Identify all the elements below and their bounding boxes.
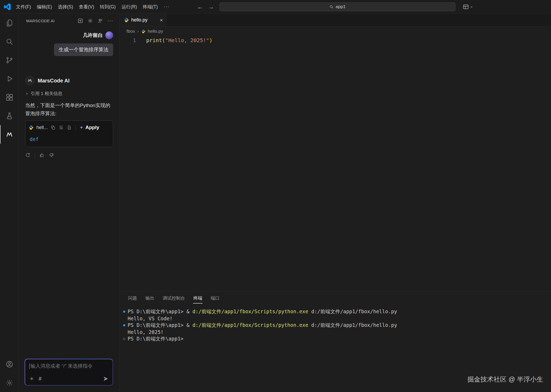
vscode-logo-icon: [4, 3, 11, 10]
message-actions: [25, 152, 113, 158]
close-icon[interactable]: ×: [160, 17, 163, 23]
search-value: app1: [336, 4, 346, 9]
new-chat-icon[interactable]: [78, 18, 83, 24]
insert-at-cursor-icon[interactable]: [59, 125, 64, 130]
chat-input-box[interactable]: 输入消息或者 “/” 来选择指令 #: [25, 359, 113, 385]
activitybar-testing[interactable]: [0, 107, 19, 125]
code-editor[interactable]: 1 print("Hello, 2025!"): [120, 36, 551, 291]
user-name: 几许留白: [83, 32, 103, 39]
layout-icon: [463, 4, 469, 10]
gear-icon: [6, 379, 13, 387]
code-card-header: hell...: [25, 121, 113, 134]
terminal-text: d:/前端文件/app1/fbox/Scripts/python.exe: [193, 322, 308, 329]
activitybar-account[interactable]: [0, 355, 19, 373]
references-toggle[interactable]: 引用 1 相关信息: [25, 91, 113, 97]
terminal-text: Hello, 2025!: [128, 329, 163, 335]
command-decoration-icon[interactable]: [123, 311, 125, 313]
panel-tab[interactable]: 终端: [193, 293, 203, 304]
sparkle-icon: [79, 125, 84, 130]
assistant-header: MarsCode AI: [25, 76, 113, 85]
line-number: 1: [120, 37, 136, 43]
menu-item[interactable]: 选择(S): [55, 0, 76, 14]
sidebar-header: MARSCODE AI ···: [19, 14, 119, 28]
command-decoration-icon[interactable]: [123, 324, 125, 326]
panel-tab[interactable]: 问题: [128, 293, 137, 304]
assistant-name: MarsCode AI: [38, 78, 70, 84]
breadcrumb: fbox › hello.py: [120, 27, 551, 36]
gear-icon[interactable]: [88, 18, 93, 24]
menu-item[interactable]: 文件(F): [13, 0, 34, 14]
apply-button[interactable]: Apply: [79, 125, 99, 130]
command-decoration-icon[interactable]: [123, 338, 125, 340]
activitybar-marscode-ai[interactable]: [0, 125, 19, 144]
breadcrumb-folder[interactable]: fbox: [127, 29, 135, 34]
menu-overflow-button[interactable]: ···: [161, 4, 172, 9]
files-icon: [6, 19, 13, 27]
command-center-search[interactable]: app1: [220, 2, 455, 11]
terminal-line: PS D:\前端文件\app1> & d:/前端文件/app1/fbox/Scr…: [123, 322, 551, 329]
account-icon: [6, 360, 13, 368]
code-card-snippet: def: [25, 134, 113, 147]
commands-icon[interactable]: [29, 376, 34, 381]
chat-thread: 几许留白 生成一个冒泡排序算法 MarsCode AI 引用 1 相关信息: [19, 28, 119, 392]
panel-tabs: 问题输出调试控制台终端端口: [120, 292, 551, 305]
thumbs-down-icon[interactable]: [49, 153, 54, 158]
breadcrumb-file[interactable]: hello.py: [148, 29, 163, 34]
more-actions-icon[interactable]: ···: [107, 18, 113, 24]
activitybar-source-control[interactable]: [0, 51, 19, 69]
context-icon[interactable]: #: [39, 376, 42, 382]
run-debug-icon: [6, 75, 13, 83]
input-caret: [29, 363, 30, 369]
copy-icon[interactable]: [51, 125, 56, 130]
editor-tab-bar: hello.py ×: [120, 14, 551, 27]
references-label: 引用 1 相关信息: [31, 91, 62, 97]
menu-item[interactable]: 转到(G): [97, 0, 118, 14]
code-token-open-paren: (: [162, 37, 165, 43]
activitybar-settings[interactable]: [0, 373, 19, 392]
activitybar-explorer[interactable]: [0, 14, 19, 32]
workbench-body: MARSCODE AI ··· 几许留白: [0, 14, 551, 392]
activity-bar: [0, 14, 19, 392]
code-line: 1 print("Hello, 2025!"): [120, 36, 551, 44]
divider: [35, 153, 35, 158]
code-text: print("Hello, 2025!"): [136, 37, 212, 43]
terminal-line: PS D:\前端文件\app1> & d:/前端文件/app1/fbox/Scr…: [123, 308, 551, 315]
search-icon: [329, 5, 334, 9]
activitybar-run-debug[interactable]: [0, 69, 19, 88]
terminal-output[interactable]: PS D:\前端文件\app1> & d:/前端文件/app1/fbox/Scr…: [120, 305, 551, 342]
chat-input-inner: 输入消息或者 “/” 来选择指令 #: [25, 359, 113, 385]
regenerate-icon[interactable]: [25, 152, 31, 158]
terminal-text: PS D:\前端文件\app1>: [128, 335, 183, 342]
send-icon[interactable]: [103, 376, 108, 382]
activitybar-search[interactable]: [0, 32, 19, 51]
sidebar-title: MARSCODE AI: [26, 19, 55, 23]
layout-controls[interactable]: [463, 0, 473, 14]
user-message-header: 几许留白: [25, 31, 113, 39]
terminal-line: Hello, 2025!: [123, 329, 551, 335]
vscode-window: 文件(F)编辑(E)选择(S)查看(V)转到(G)运行(R)终端(T) ··· …: [0, 0, 551, 392]
menu-item[interactable]: 运行(R): [119, 0, 140, 14]
panel-tab[interactable]: 端口: [210, 293, 220, 304]
new-file-icon[interactable]: [67, 125, 72, 130]
code-suggestion-card: hell...: [25, 120, 113, 147]
terminal-text: d:/前端文件/app1/fbox/hello.py: [308, 308, 397, 315]
tab-hello-py[interactable]: hello.py ×: [120, 14, 166, 26]
panel-tab[interactable]: 调试控制台: [162, 293, 185, 304]
python-icon: [29, 125, 34, 130]
menu-item[interactable]: 查看(V): [76, 0, 97, 14]
panel-tab[interactable]: 输出: [145, 293, 155, 304]
code-card-actions: [51, 125, 72, 130]
breadcrumb-separator-icon: ›: [137, 29, 139, 34]
code-token-close-paren: ): [209, 37, 212, 43]
menu-item[interactable]: 编辑(E): [34, 0, 55, 14]
activitybar-extensions[interactable]: [0, 88, 19, 107]
navigate-back-button[interactable]: ←: [197, 0, 203, 14]
thumbs-up-icon[interactable]: [39, 153, 45, 158]
assistant-reply-text: 当然，下面是一个简单的Python实现的冒泡排序算法:: [25, 101, 113, 117]
bottom-panel: 问题输出调试控制台终端端口 PS D:\前端文件\app1> & d:/前端文件…: [120, 291, 551, 392]
sessions-icon[interactable]: [97, 18, 103, 24]
menu-item[interactable]: 终端(T): [140, 0, 161, 14]
terminal-text: Hello, VS Code!: [128, 316, 173, 321]
user-avatar: [105, 31, 113, 39]
navigate-forward-button[interactable]: →: [208, 0, 214, 14]
